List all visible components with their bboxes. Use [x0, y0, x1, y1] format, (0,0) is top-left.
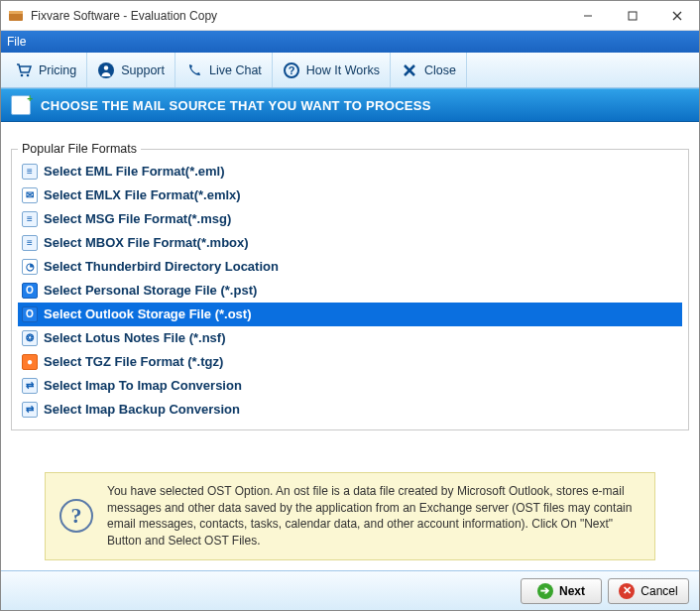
format-option[interactable]: ≡Select MSG File Format(*.msg) [18, 207, 682, 231]
svg-point-6 [21, 73, 24, 76]
format-icon: ❂ [22, 330, 38, 346]
svg-rect-3 [629, 12, 637, 20]
format-icon: ⇄ [22, 378, 38, 394]
svg-text:?: ? [288, 64, 294, 76]
support-label: Support [121, 63, 165, 77]
next-button[interactable]: ➔ Next [521, 578, 602, 604]
support-button[interactable]: Support [87, 53, 175, 87]
format-label: Select Imap Backup Conversion [44, 400, 240, 420]
format-label: Select MBOX File Format(*.mbox) [44, 233, 249, 253]
cart-icon [15, 61, 33, 79]
format-label: Select EML File Format(*.eml) [44, 162, 225, 182]
format-option[interactable]: ❂Select Lotus Notes File (*.nsf) [18, 326, 682, 350]
format-option[interactable]: ✉Select EMLX File Format(*.emlx) [18, 183, 682, 207]
format-label: Select Thunderbird Directory Location [44, 257, 279, 277]
format-icon: ✉ [22, 187, 38, 203]
pricing-label: Pricing [39, 63, 76, 77]
format-option[interactable]: ⇄Select Imap To Imap Conversion [18, 374, 682, 398]
app-icon [7, 7, 25, 25]
next-label: Next [559, 584, 585, 598]
format-option[interactable]: OSelect Personal Storage File (*.pst) [18, 279, 682, 303]
howitworks-label: How It Works [306, 63, 380, 77]
howitworks-button[interactable]: ? How It Works [273, 53, 391, 87]
format-icon: ≡ [22, 235, 38, 251]
cancel-cross-icon: ✕ [619, 583, 635, 599]
format-option[interactable]: ≡Select EML File Format(*.eml) [18, 160, 682, 183]
info-icon: ? [59, 499, 93, 533]
menu-file[interactable]: File [7, 35, 26, 49]
svg-point-7 [27, 73, 30, 76]
close-icon [401, 61, 418, 79]
support-icon [97, 61, 115, 79]
question-icon: ? [283, 61, 300, 79]
format-label: Select Personal Storage File (*.pst) [44, 281, 257, 301]
svg-rect-1 [9, 11, 23, 14]
svg-point-9 [104, 65, 108, 69]
close-window-button[interactable] [654, 1, 699, 31]
instruction-banner: CHOOSE THE MAIL SOURCE THAT YOU WANT TO … [1, 88, 699, 122]
file-formats-group: Popular File Formats ≡Select EML File Fo… [11, 142, 689, 430]
options-list: ≡Select EML File Format(*.eml)✉Select EM… [18, 160, 682, 422]
footer-bar: ➔ Next ✕ Cancel [1, 570, 699, 610]
format-icon: ● [22, 354, 38, 370]
format-icon: ⇄ [22, 402, 38, 418]
phone-icon [185, 61, 203, 79]
menu-bar: File [1, 31, 699, 53]
cancel-button[interactable]: ✕ Cancel [608, 578, 689, 604]
title-bar: Fixvare Software - Evaluation Copy [1, 1, 699, 31]
close-label: Close [424, 63, 456, 77]
format-icon: ≡ [22, 164, 38, 180]
format-option[interactable]: ⇄Select Imap Backup Conversion [18, 398, 682, 422]
close-button[interactable]: Close [391, 53, 467, 87]
info-text: You have selected OST Option. An ost fil… [107, 483, 641, 550]
format-option[interactable]: OSelect Outlook Storage File (*.ost) [18, 303, 682, 326]
livechat-button[interactable]: Live Chat [175, 53, 273, 87]
format-icon: O [22, 306, 38, 322]
format-icon: ≡ [22, 211, 38, 227]
window-title: Fixvare Software - Evaluation Copy [31, 9, 565, 23]
minimize-button[interactable] [565, 1, 610, 31]
livechat-label: Live Chat [209, 63, 262, 77]
maximize-button[interactable] [610, 1, 654, 31]
folder-add-icon [11, 95, 31, 115]
format-option[interactable]: ≡Select MBOX File Format(*.mbox) [18, 231, 682, 255]
format-label: Select Imap To Imap Conversion [44, 376, 242, 396]
info-panel: ? You have selected OST Option. An ost f… [45, 472, 655, 560]
format-icon: ◔ [22, 259, 38, 275]
next-arrow-icon: ➔ [537, 583, 553, 599]
format-label: Select EMLX File Format(*.emlx) [44, 185, 241, 205]
format-label: Select Lotus Notes File (*.nsf) [44, 328, 225, 348]
group-legend: Popular File Formats [18, 142, 141, 156]
format-option[interactable]: ◔Select Thunderbird Directory Location [18, 255, 682, 279]
cancel-label: Cancel [641, 584, 677, 598]
banner-title: CHOOSE THE MAIL SOURCE THAT YOU WANT TO … [41, 98, 431, 113]
format-label: Select MSG File Format(*.msg) [44, 209, 231, 229]
format-option[interactable]: ●Select TGZ File Format (*.tgz) [18, 350, 682, 374]
format-label: Select TGZ File Format (*.tgz) [44, 352, 223, 372]
format-icon: O [22, 283, 38, 299]
toolbar: Pricing Support Live Chat ? How It Works… [1, 53, 699, 88]
format-label: Select Outlook Storage File (*.ost) [44, 305, 251, 324]
work-area: Popular File Formats ≡Select EML File Fo… [1, 122, 699, 570]
pricing-button[interactable]: Pricing [5, 53, 87, 87]
